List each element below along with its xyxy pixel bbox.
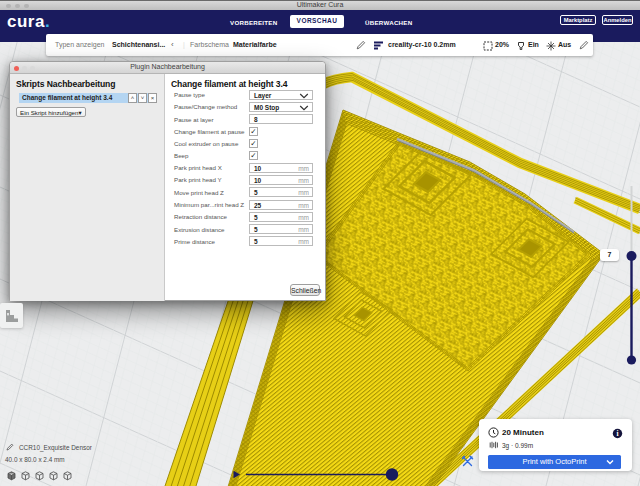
svg-text:i: i [616,429,618,438]
